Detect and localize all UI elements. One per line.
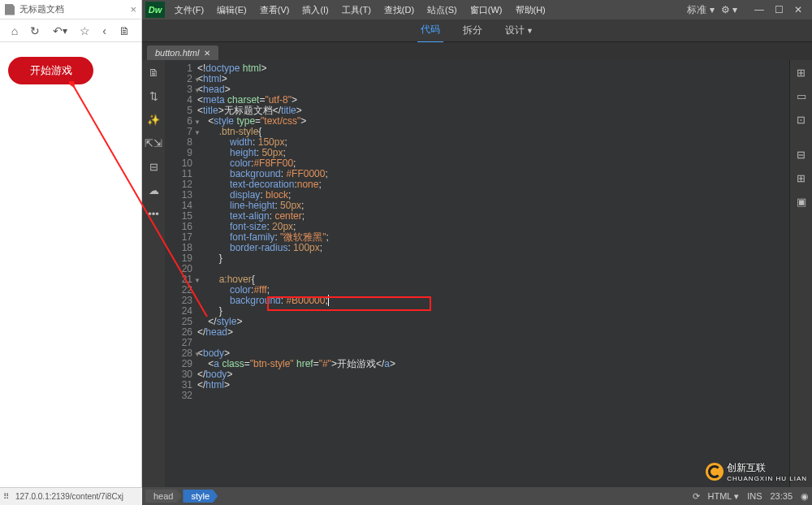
workspace-mode[interactable]: 标准 ▾ bbox=[687, 3, 714, 17]
file-tab-close-icon[interactable]: ✕ bbox=[204, 49, 210, 58]
sync-icon[interactable]: ⟳ bbox=[693, 491, 700, 502]
preview-pane: 无标题文档 × ⌂ ↻ ↶▾ ☆ ‹ 🗎 开始游戏 ⠿ 127.0.0.1:21… bbox=[0, 0, 142, 505]
panel-icon[interactable]: ⊞ bbox=[797, 67, 806, 79]
right-tool-column: ⊞▭⊡⊟⊞▣ bbox=[789, 60, 812, 487]
editor-row: 🗎⇅✨⇱⇲⊟☁••• 12▼3▼456▼7▼891011121314151617… bbox=[142, 60, 812, 487]
undo-icon[interactable]: ↶▾ bbox=[53, 24, 67, 37]
menu-item[interactable]: 窗口(W) bbox=[464, 4, 509, 16]
menu-item[interactable]: 文件(F) bbox=[168, 4, 210, 16]
panel-icon[interactable]: ▭ bbox=[797, 90, 806, 102]
tab-code[interactable]: 代码 bbox=[417, 18, 443, 43]
reload-icon[interactable]: ↻ bbox=[30, 24, 40, 37]
tool-icon[interactable]: ⇅ bbox=[149, 90, 158, 102]
cursor-position: 23:35 bbox=[770, 491, 793, 501]
document-icon bbox=[5, 4, 15, 15]
minimize-icon[interactable]: — bbox=[752, 4, 767, 15]
ide-pane: Dw 文件(F)编辑(E)查看(V)插入(I)工具(T)查找(D)站点(S)窗口… bbox=[142, 0, 812, 505]
maximize-icon[interactable]: ☐ bbox=[771, 4, 786, 15]
tool-icon[interactable]: ✨ bbox=[147, 114, 160, 126]
menu-item[interactable]: 工具(T) bbox=[335, 4, 378, 16]
menu-item[interactable]: 查看(V) bbox=[253, 4, 296, 16]
page-icon[interactable]: 🗎 bbox=[119, 24, 130, 37]
menu-item[interactable]: 站点(S) bbox=[421, 4, 464, 16]
url-text: 127.0.0.1:2139/content/7i8Cxj bbox=[15, 492, 123, 501]
tab-split[interactable]: 拆分 bbox=[460, 19, 486, 42]
crumb-style[interactable]: style bbox=[183, 490, 218, 503]
menu-item[interactable]: 帮助(H) bbox=[509, 4, 552, 16]
menu-item[interactable]: 插入(I) bbox=[296, 4, 335, 16]
file-tab-button-html[interactable]: button.html ✕ bbox=[147, 45, 218, 60]
panel-icon[interactable]: ⊡ bbox=[797, 114, 806, 126]
menubar: Dw 文件(F)编辑(E)查看(V)插入(I)工具(T)查找(D)站点(S)窗口… bbox=[142, 0, 812, 19]
view-tabs: 代码 拆分 设计▼ bbox=[142, 19, 812, 42]
line-gutter: 12▼3▼456▼7▼89101112131415161718192021▼22… bbox=[165, 60, 197, 487]
tab-title: 无标题文档 bbox=[19, 3, 64, 15]
browser-toolbar: ⌂ ↻ ↶▾ ☆ ‹ 🗎 bbox=[0, 19, 141, 42]
preview-area: 开始游戏 bbox=[0, 42, 141, 505]
tool-icon[interactable]: ••• bbox=[148, 208, 159, 220]
insert-mode[interactable]: INS bbox=[747, 491, 762, 501]
panel-icon[interactable]: ⊞ bbox=[797, 172, 806, 184]
home-icon[interactable]: ⌂ bbox=[11, 24, 18, 37]
tool-icon[interactable]: ⇱⇲ bbox=[145, 137, 162, 149]
drag-handle-icon[interactable]: ⠿ bbox=[3, 492, 9, 501]
tab-close-icon[interactable]: × bbox=[130, 3, 136, 15]
panel-icon[interactable]: ⊟ bbox=[797, 149, 806, 161]
dreamweaver-logo: Dw bbox=[145, 2, 165, 18]
browser-tab[interactable]: 无标题文档 × bbox=[0, 0, 141, 19]
menu-item[interactable]: 查找(D) bbox=[378, 4, 421, 16]
status-bar: head style ⟳ HTML ▾ INS 23:35 ◉ bbox=[142, 487, 812, 505]
watermark-text: 创新互联 bbox=[727, 462, 766, 473]
menu-items: 文件(F)编辑(E)查看(V)插入(I)工具(T)查找(D)站点(S)窗口(W)… bbox=[168, 4, 552, 16]
close-icon[interactable]: ✕ bbox=[791, 4, 806, 15]
tool-icon[interactable]: 🗎 bbox=[149, 67, 159, 79]
back-icon[interactable]: ‹ bbox=[102, 24, 106, 37]
crumb-head[interactable]: head bbox=[145, 490, 181, 503]
tool-icon[interactable]: ☁ bbox=[149, 184, 159, 196]
code-editor[interactable]: 12▼3▼456▼7▼89101112131415161718192021▼22… bbox=[165, 60, 789, 487]
code-content[interactable]: <!doctype html><html><head><meta charset… bbox=[197, 60, 789, 487]
settings-icon[interactable]: ⚙ ▾ bbox=[721, 4, 737, 15]
address-bar: ⠿ 127.0.0.1:2139/content/7i8Cxj bbox=[0, 487, 142, 505]
window-controls: — ☐ ✕ bbox=[752, 4, 806, 15]
file-tab-label: button.html bbox=[155, 48, 199, 58]
tab-design[interactable]: 设计▼ bbox=[502, 19, 537, 42]
lang-indicator[interactable]: HTML ▾ bbox=[708, 491, 740, 502]
encoding-icon[interactable]: ◉ bbox=[801, 491, 809, 502]
menu-item[interactable]: 编辑(E) bbox=[210, 4, 253, 16]
panel-icon[interactable]: ▣ bbox=[797, 196, 806, 208]
tool-icon[interactable]: ⊟ bbox=[149, 161, 158, 173]
start-game-button[interactable]: 开始游戏 bbox=[8, 57, 93, 84]
watermark-sub: CHUANGXIN HU LIAN bbox=[727, 475, 807, 482]
watermark: 创新互联 CHUANGXIN HU LIAN bbox=[706, 461, 807, 482]
star-icon[interactable]: ☆ bbox=[80, 24, 90, 37]
left-tool-column: 🗎⇅✨⇱⇲⊟☁••• bbox=[142, 60, 165, 487]
watermark-logo-icon bbox=[706, 463, 723, 481]
file-tabs: button.html ✕ bbox=[142, 42, 812, 60]
